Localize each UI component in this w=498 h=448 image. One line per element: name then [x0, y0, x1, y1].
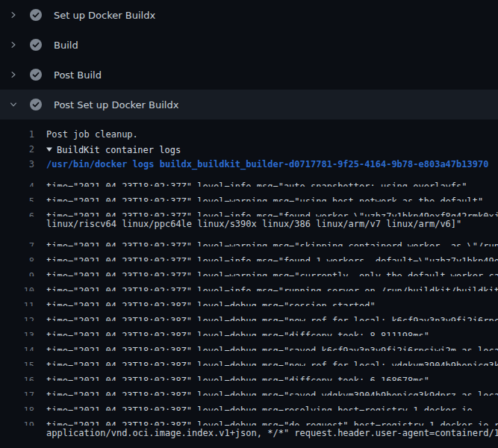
check-circle-icon [30, 39, 42, 51]
log-text-content: time="2021-04-23T18:02:38Z" level=debug … [46, 301, 376, 306]
log-line-number[interactable]: 16 [0, 373, 34, 381]
log-text-content: time="2021-04-23T18:02:37Z" level=info m… [46, 286, 498, 291]
log-line-text: time="2021-04-23T18:02:38Z" level=debug … [34, 403, 473, 411]
step-header-build[interactable]: Build [0, 30, 498, 60]
log-line-number[interactable]: 11 [0, 299, 34, 306]
log-line-number[interactable]: 17 [0, 388, 34, 396]
log-line-number[interactable]: 4 [0, 179, 34, 187]
log-text-content: time="2021-04-23T18:02:38Z" level=debug … [46, 361, 498, 366]
log-text-content: time="2021-04-23T18:02:38Z" level=debug … [46, 346, 498, 351]
log-line-number[interactable]: 15 [0, 358, 34, 366]
log-line: 6 time="2021-04-23T18:02:37Z" level=info… [0, 202, 498, 217]
log-line: 19 time="2021-04-23T18:02:38Z" level=deb… [0, 411, 498, 426]
log-text-content: BuildKit container logs [57, 145, 181, 155]
chevron-down-icon [7, 99, 19, 111]
log-line-number[interactable]: 18 [0, 403, 34, 411]
log-line-text: time="2021-04-23T18:02:37Z" level=warnin… [34, 269, 498, 276]
log-text-content: time="2021-04-23T18:02:38Z" level=debug … [46, 316, 498, 321]
log-line-number [0, 217, 34, 231]
log-line: 11 time="2021-04-23T18:02:38Z" level=deb… [0, 291, 498, 306]
log-line: linux/riscv64 linux/ppc64le linux/s390x … [0, 217, 498, 231]
log-text-content: /usr/bin/docker logs buildx_buildkit_bui… [46, 159, 488, 169]
log-line: 14 time="2021-04-23T18:02:38Z" level=deb… [0, 336, 498, 351]
chevron-right-icon [7, 9, 19, 21]
log-line: 1 Post job cleanup. [0, 127, 498, 142]
log-text-content: time="2021-04-23T18:02:37Z" level=warnin… [46, 196, 483, 202]
log-line: 7 time="2021-04-23T18:02:37Z" level=warn… [0, 231, 498, 246]
log-line: 13 time="2021-04-23T18:02:38Z" level=deb… [0, 321, 498, 336]
log-line-text: time="2021-04-23T18:02:37Z" level=info m… [34, 179, 467, 187]
log-line-number[interactable]: 14 [0, 343, 34, 351]
log-line-number[interactable]: 9 [0, 269, 34, 276]
log-line: 12 time="2021-04-23T18:02:38Z" level=deb… [0, 306, 498, 321]
log-line-text: time="2021-04-23T18:02:38Z" level=debug … [34, 343, 498, 351]
step-header-post-set-up-docker-buildx[interactable]: Post Set up Docker Buildx [0, 90, 498, 119]
log-line-text: time="2021-04-23T18:02:38Z" level=debug … [34, 358, 498, 366]
log-text-content: time="2021-04-23T18:02:38Z" level=debug … [46, 391, 498, 396]
log-line-number[interactable]: 8 [0, 254, 34, 261]
log-line-text: time="2021-04-23T18:02:38Z" level=debug … [34, 329, 429, 336]
log-line: 4 time="2021-04-23T18:02:37Z" level=info… [0, 172, 498, 187]
step-label: Post Build [54, 69, 102, 81]
log-text-content: Post job cleanup. [46, 129, 138, 140]
log-line: 8 time="2021-04-23T18:02:37Z" level=info… [0, 246, 498, 261]
log-line: application/vnd.oci.image.index.v1+json,… [0, 426, 498, 441]
log-line-text: BuildKit container logs [34, 142, 181, 157]
log-text-content: time="2021-04-23T18:02:37Z" level=warnin… [46, 271, 498, 276]
log-text-content: time="2021-04-23T18:02:37Z" level=info m… [46, 181, 467, 187]
log-line-number[interactable]: 5 [0, 194, 34, 202]
log-line-number[interactable]: 13 [0, 329, 34, 336]
group-expand-triangle-icon [46, 142, 52, 148]
log-text-content: time="2021-04-23T18:02:37Z" level=warnin… [46, 241, 498, 246]
log-text-content: time="2021-04-23T18:02:38Z" level=debug … [46, 331, 429, 336]
check-circle-icon [30, 9, 42, 21]
log-line: 15 time="2021-04-23T18:02:38Z" level=deb… [0, 351, 498, 366]
log-line-text: time="2021-04-23T18:02:38Z" level=debug … [34, 314, 498, 321]
step-label: Set up Docker Buildx [54, 10, 155, 21]
log-line: 10 time="2021-04-23T18:02:37Z" level=inf… [0, 276, 498, 291]
log-line-text: time="2021-04-23T18:02:37Z" level=warnin… [34, 194, 483, 202]
log-group-toggle[interactable]: 2 BuildKit container logs [0, 142, 498, 157]
log-line-number[interactable]: 1 [0, 127, 34, 142]
log-line-number[interactable]: 10 [0, 284, 34, 291]
log-line-text: time="2021-04-23T18:02:37Z" level=info m… [34, 209, 498, 217]
log-line-number[interactable]: 19 [0, 418, 34, 426]
step-label: Post Set up Docker Buildx [54, 99, 178, 111]
log-line: 5 time="2021-04-23T18:02:37Z" level=warn… [0, 187, 498, 202]
log-line-number[interactable]: 7 [0, 239, 34, 246]
log-text-content: time="2021-04-23T18:02:38Z" level=debug … [46, 420, 498, 426]
steps-list: Set up Docker Buildx Build [0, 0, 498, 119]
log-line-text: /usr/bin/docker logs buildx_buildkit_bui… [34, 157, 488, 172]
log-text-content: application/vnd.oci.image.index.v1+json,… [46, 428, 498, 438]
step-header-set-up-docker-buildx[interactable]: Set up Docker Buildx [0, 0, 498, 30]
step-header-post-build[interactable]: Post Build [0, 60, 498, 90]
log-line-number [0, 426, 34, 441]
log-line-text: Post job cleanup. [34, 127, 138, 142]
log-line-text: linux/riscv64 linux/ppc64le linux/s390x … [34, 217, 461, 231]
log-viewer: 1 Post job cleanup. 2 BuildKit container… [0, 119, 498, 448]
log-line-number[interactable]: 2 [0, 142, 34, 157]
step-label: Build [54, 40, 78, 51]
log-text-content: linux/riscv64 linux/ppc64le linux/s390x … [46, 219, 461, 229]
log-line-text: time="2021-04-23T18:02:38Z" level=debug … [34, 373, 429, 381]
log-line: 3 /usr/bin/docker logs buildx_buildkit_b… [0, 157, 498, 172]
log-text-content: time="2021-04-23T18:02:37Z" level=info m… [46, 211, 498, 217]
chevron-right-icon [7, 69, 19, 81]
log-line-number[interactable]: 6 [0, 209, 34, 217]
log-text-content: time="2021-04-23T18:02:38Z" level=debug … [46, 405, 473, 411]
log-line-text: time="2021-04-23T18:02:37Z" level=info m… [34, 284, 498, 291]
log-line: 17 time="2021-04-23T18:02:38Z" level=deb… [0, 381, 498, 396]
log-line-number[interactable]: 3 [0, 157, 34, 172]
log-line-text: time="2021-04-23T18:02:38Z" level=debug … [34, 418, 498, 426]
log-line-text: time="2021-04-23T18:02:38Z" level=debug … [34, 299, 376, 306]
log-text-content: time="2021-04-23T18:02:37Z" level=info m… [46, 256, 498, 261]
log-line-number[interactable]: 12 [0, 314, 34, 321]
check-circle-icon [30, 69, 42, 81]
log-line: 16 time="2021-04-23T18:02:38Z" level=deb… [0, 366, 498, 381]
chevron-right-icon [7, 39, 19, 51]
log-line-text: time="2021-04-23T18:02:37Z" level=info m… [34, 254, 498, 261]
log-line-text: application/vnd.oci.image.index.v1+json,… [34, 426, 498, 441]
log-line: 9 time="2021-04-23T18:02:37Z" level=warn… [0, 261, 498, 276]
log-line-text: time="2021-04-23T18:02:38Z" level=debug … [34, 388, 498, 396]
log-text-content: time="2021-04-23T18:02:38Z" level=debug … [46, 376, 429, 381]
